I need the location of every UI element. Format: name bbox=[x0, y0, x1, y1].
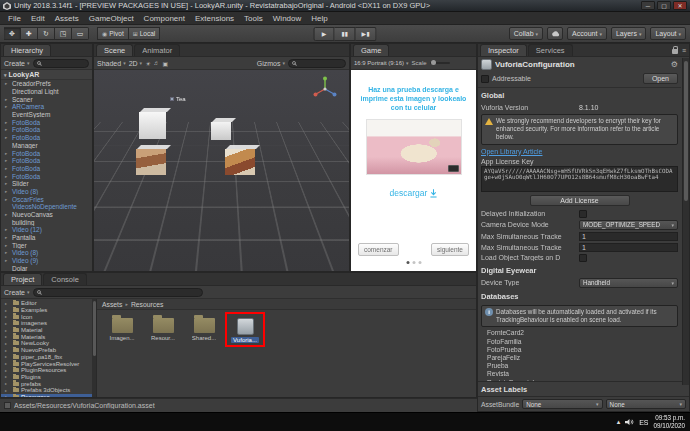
asset-labels-header[interactable]: Asset Labels bbox=[478, 382, 689, 396]
menu-item[interactable]: Edit bbox=[26, 13, 50, 24]
breadcrumb-root[interactable]: Assets bbox=[102, 301, 122, 308]
open-library-article-link[interactable]: Open Library Article bbox=[478, 147, 681, 156]
tool-button[interactable]: ✥ bbox=[4, 27, 21, 40]
project-asset[interactable]: Vuforia... bbox=[228, 315, 262, 344]
scale-slider-thumb[interactable] bbox=[431, 60, 436, 65]
folder-item[interactable]: NewLooky bbox=[1, 340, 96, 347]
tool-button[interactable]: ✚ bbox=[21, 27, 38, 40]
hierarchy-create-button[interactable]: Create bbox=[4, 60, 30, 67]
project-asset[interactable]: Imagen... bbox=[105, 315, 139, 342]
scrollbar-thumb[interactable] bbox=[93, 301, 96, 356]
hierarchy-item[interactable]: FotoBoda bbox=[1, 134, 92, 142]
folder-item[interactable]: imagenes bbox=[1, 320, 96, 327]
database-item[interactable]: RevistaEspecial bbox=[478, 378, 681, 381]
folder-item[interactable]: piper_pa18_fbx bbox=[1, 354, 96, 361]
hidden-icons-chevron-icon[interactable]: ▴ bbox=[617, 418, 621, 426]
hierarchy-item[interactable]: FotoBoda bbox=[1, 118, 92, 126]
folder-item[interactable]: Icon bbox=[1, 313, 96, 320]
tree-scrollbar[interactable] bbox=[92, 299, 96, 397]
preset-gear-icon[interactable]: ⚙ bbox=[671, 60, 678, 69]
folder-item[interactable]: Resources bbox=[1, 394, 96, 397]
project-search-input[interactable] bbox=[33, 288, 203, 297]
scene-cube-photo-1[interactable] bbox=[136, 149, 166, 175]
page-dot[interactable] bbox=[418, 261, 421, 264]
aspect-ratio-dropdown[interactable]: 16:9 Portrait (9:16) bbox=[354, 60, 409, 66]
assetbundle-variant-dropdown[interactable]: None▾ bbox=[606, 399, 686, 409]
hierarchy-item[interactable]: Video (8) bbox=[1, 188, 92, 196]
pivot-toggle[interactable]: ◉ Pivot bbox=[97, 27, 129, 40]
hierarchy-item[interactable]: Dolar bbox=[1, 265, 92, 273]
scene-search-input[interactable] bbox=[288, 59, 346, 68]
menu-item[interactable]: Window bbox=[268, 13, 306, 24]
hierarchy-item[interactable]: FotoBoda bbox=[1, 157, 92, 165]
shaded-mode-dropdown[interactable]: Shaded bbox=[97, 60, 126, 67]
hierarchy-item[interactable]: Directional Light bbox=[1, 88, 92, 96]
hierarchy-item[interactable]: Scaner bbox=[1, 95, 92, 103]
scene-audio-icon[interactable]: ♬ bbox=[154, 60, 160, 66]
hierarchy-item[interactable]: FotoBoda bbox=[1, 165, 92, 173]
tool-button[interactable]: ↻ bbox=[38, 27, 55, 40]
lock-icon[interactable] bbox=[672, 49, 678, 54]
hierarchy-item[interactable]: Manager bbox=[1, 142, 92, 150]
scene-cube-white-2[interactable] bbox=[211, 122, 231, 140]
folder-item[interactable]: Materials bbox=[1, 333, 96, 340]
hierarchy-item[interactable]: building bbox=[1, 218, 92, 226]
tab-scene[interactable]: Scene bbox=[96, 44, 133, 56]
open-button[interactable]: Open bbox=[643, 73, 678, 84]
database-item[interactable]: ParejaFeliz bbox=[478, 353, 681, 361]
account-dropdown[interactable]: Account bbox=[567, 27, 607, 40]
folder-item[interactable]: Plugins bbox=[1, 374, 96, 381]
hierarchy-item[interactable]: Pantalla bbox=[1, 234, 92, 242]
folder-item[interactable]: Examples bbox=[1, 307, 96, 314]
menu-item[interactable]: Extensions bbox=[190, 13, 239, 24]
collab-dropdown[interactable]: Collab bbox=[509, 27, 543, 40]
hierarchy-item[interactable]: Tiger bbox=[1, 241, 92, 249]
hierarchy-item[interactable]: Video (8) bbox=[1, 249, 92, 257]
minimize-button[interactable]: ─ bbox=[641, 1, 655, 10]
page-dot[interactable] bbox=[412, 261, 415, 264]
addressable-checkbox[interactable] bbox=[481, 75, 489, 83]
hierarchy-item[interactable]: FotoBoda bbox=[1, 172, 92, 180]
step-button[interactable]: ▶▮ bbox=[356, 27, 377, 41]
add-license-button[interactable]: Add License bbox=[530, 195, 630, 206]
scene-lighting-icon[interactable]: ☀ bbox=[145, 60, 150, 67]
layout-dropdown[interactable]: Layout bbox=[650, 27, 686, 40]
project-asset[interactable]: Shared... bbox=[187, 315, 221, 342]
folder-item[interactable]: Material bbox=[1, 327, 96, 334]
play-button[interactable]: ▶ bbox=[314, 27, 335, 41]
2d-toggle[interactable]: 2D bbox=[129, 60, 142, 67]
max-tracked-objects-field[interactable]: 1 bbox=[579, 243, 678, 252]
hierarchy-item[interactable]: Video (9) bbox=[1, 257, 92, 265]
siguiente-button[interactable]: siguiente bbox=[431, 243, 469, 256]
hierarchy-item[interactable]: VideosNoDependiente bbox=[1, 203, 92, 211]
hierarchy-item[interactable]: NuevoCanvas bbox=[1, 211, 92, 219]
tab-services[interactable]: Services bbox=[528, 44, 573, 56]
folder-item[interactable]: PluginResources bbox=[1, 367, 96, 374]
database-item[interactable]: FotoFamilia bbox=[478, 337, 681, 345]
menu-item[interactable]: GameObject bbox=[84, 13, 139, 24]
language-indicator[interactable]: ES bbox=[639, 419, 648, 426]
hierarchy-item[interactable]: Video (12) bbox=[1, 226, 92, 234]
scene-cube-photo-2[interactable] bbox=[225, 149, 255, 175]
hierarchy-item[interactable]: FotoBoda bbox=[1, 149, 92, 157]
page-dot-active[interactable] bbox=[406, 261, 409, 264]
tray-clock[interactable]: 09:53 p.m. 09/10/2020 bbox=[653, 415, 685, 429]
scene-cube-white-1[interactable] bbox=[139, 112, 166, 139]
folder-item[interactable]: Editor bbox=[1, 300, 96, 307]
menu-item[interactable]: Component bbox=[139, 13, 190, 24]
hierarchy-item[interactable]: OscarFries bbox=[1, 195, 92, 203]
database-item[interactable]: FornteCard2 bbox=[478, 329, 681, 337]
database-item[interactable]: FotoPrueba bbox=[478, 345, 681, 353]
folder-item[interactable]: NuevoPrefab bbox=[1, 347, 96, 354]
device-type-dropdown[interactable]: Handheld▾ bbox=[579, 278, 678, 288]
folder-item[interactable]: PlayServicesResolver bbox=[1, 360, 96, 367]
local-toggle[interactable]: ⊞ Local bbox=[129, 27, 161, 40]
folder-item[interactable]: prefabs bbox=[1, 380, 96, 387]
panel-menu-icon[interactable]: ≡ bbox=[682, 47, 686, 54]
hierarchy-item[interactable]: Slider bbox=[1, 180, 92, 188]
cloud-button[interactable] bbox=[547, 27, 563, 40]
maximize-button[interactable]: ▢ bbox=[657, 1, 671, 10]
database-item[interactable]: Revista bbox=[478, 370, 681, 378]
hierarchy-item[interactable]: ARCamera bbox=[1, 103, 92, 111]
hierarchy-item[interactable]: CreadorPrefs bbox=[1, 80, 92, 88]
